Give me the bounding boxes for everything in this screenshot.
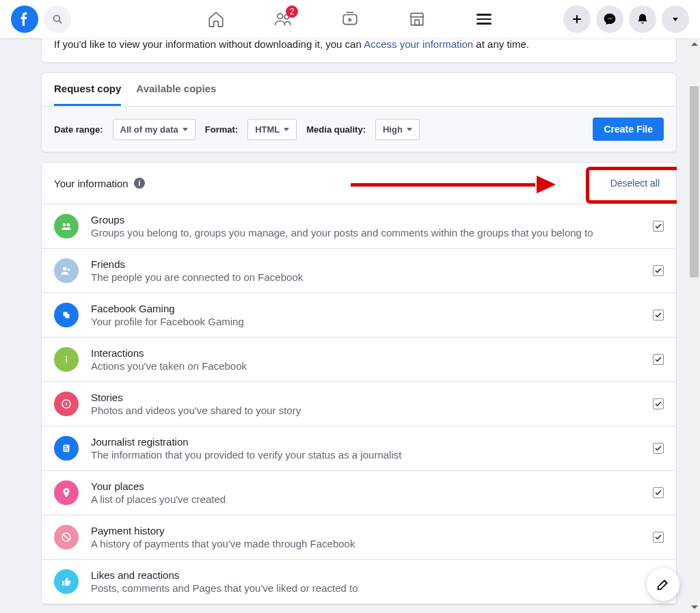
info-row[interactable]: GroupsGroups you belong to, groups you m…: [42, 204, 676, 249]
svg-rect-14: [66, 359, 67, 363]
info-row-title: Friends: [91, 258, 641, 270]
info-row[interactable]: Journalist registrationThe information t…: [42, 426, 676, 471]
info-row-checkbox[interactable]: [653, 265, 664, 276]
scroll-up-icon[interactable]: [688, 38, 700, 50]
info-row-title: Payment history: [91, 525, 641, 536]
info-row[interactable]: Likes and reactionsPosts, comments and P…: [42, 560, 676, 604]
request-card: Request copy Available copies Date range…: [41, 72, 677, 152]
nav-left: [11, 5, 71, 33]
create-file-button[interactable]: Create File: [593, 118, 664, 141]
info-row-checkbox[interactable]: [653, 310, 664, 321]
info-row-title: Stories: [91, 392, 641, 403]
info-row[interactable]: FriendsThe people you are connected to o…: [42, 249, 676, 293]
svg-rect-17: [64, 446, 67, 448]
info-row-title: Your places: [91, 480, 641, 492]
your-information-title: Your information: [54, 178, 129, 189]
groups-icon: [54, 214, 79, 239]
svg-point-9: [63, 223, 66, 227]
info-row-title: Facebook Gaming: [91, 303, 641, 314]
info-row-subtitle: A history of payments that you've made t…: [91, 538, 641, 549]
nav-center: 2: [206, 10, 494, 29]
info-row-text: FriendsThe people you are connected to o…: [91, 258, 641, 283]
plus-icon: [570, 12, 584, 26]
like-icon: [54, 569, 79, 594]
info-row-title: Groups: [91, 214, 641, 226]
info-row-title: Interactions: [91, 347, 641, 359]
nav-right: [563, 5, 689, 33]
info-row-checkbox[interactable]: [653, 398, 664, 409]
info-tooltip-icon[interactable]: i: [134, 178, 145, 189]
info-row-subtitle: Photos and videos you've shared to your …: [91, 405, 641, 416]
search-icon: [51, 13, 64, 25]
info-row[interactable]: Facebook GamingYour profile for Facebook…: [42, 293, 676, 338]
info-row-checkbox[interactable]: [653, 354, 664, 365]
notifications-button[interactable]: [629, 5, 656, 33]
svg-line-22: [64, 534, 69, 540]
info-row-text: Likes and reactionsPosts, comments and P…: [91, 569, 641, 594]
info-row-checkbox[interactable]: [653, 221, 664, 232]
svg-rect-19: [64, 450, 68, 450]
info-row[interactable]: Your placesA list of places you've creat…: [42, 471, 676, 515]
info-row-subtitle: A list of places you've created: [91, 493, 641, 505]
date-range-value: All of my data: [120, 124, 178, 135]
info-row-text: StoriesPhotos and videos you've shared t…: [91, 392, 641, 416]
gaming-icon: [54, 303, 79, 327]
chevron-down-icon: [284, 128, 289, 131]
vertical-scrollbar[interactable]: [688, 38, 700, 613]
svg-point-0: [53, 15, 59, 21]
svg-point-12: [68, 269, 70, 271]
info-row-checkbox[interactable]: [653, 532, 664, 543]
info-row-title: Likes and reactions: [91, 569, 641, 581]
friends-nav-icon[interactable]: 2: [273, 10, 293, 29]
info-row-checkbox[interactable]: [653, 487, 664, 498]
info-row-checkbox[interactable]: [653, 443, 664, 454]
format-select[interactable]: HTML: [247, 119, 297, 140]
format-label: Format:: [205, 124, 238, 135]
info-row[interactable]: StoriesPhotos and videos you've shared t…: [42, 382, 676, 426]
access-info-link[interactable]: Access your information: [364, 38, 473, 50]
info-row-subtitle: Your profile for Facebook Gaming: [91, 316, 641, 327]
messenger-button[interactable]: [596, 5, 623, 33]
media-quality-select[interactable]: High: [375, 119, 420, 140]
watch-icon[interactable]: [340, 10, 360, 29]
info-row[interactable]: InteractionsActions you've taken on Face…: [42, 338, 676, 382]
info-row-subtitle: Actions you've taken on Facebook: [91, 360, 641, 372]
create-button[interactable]: [563, 5, 591, 33]
home-icon[interactable]: [206, 10, 226, 29]
compose-fab[interactable]: [647, 568, 679, 601]
info-row[interactable]: Payment historyA history of payments tha…: [42, 515, 676, 560]
deselect-all-button[interactable]: Deselect all: [606, 175, 664, 191]
your-information-header: Your information i Deselect all: [42, 163, 676, 204]
intro-text-prefix: If you'd like to view your information w…: [54, 38, 364, 50]
info-row-text: InteractionsActions you've taken on Face…: [91, 347, 641, 372]
scroll-down-icon[interactable]: [688, 601, 700, 613]
account-dropdown-button[interactable]: [662, 5, 689, 33]
info-row-subtitle: The information that you provided to ver…: [91, 449, 641, 461]
menu-icon[interactable]: [474, 10, 494, 29]
tab-available-copies[interactable]: Available copies: [136, 83, 216, 106]
info-row-subtitle: Groups you belong to, groups you manage,…: [91, 227, 641, 239]
payment-icon: [54, 525, 79, 549]
date-range-select[interactable]: All of my data: [113, 119, 196, 140]
search-button[interactable]: [44, 5, 71, 33]
friends-badge: 2: [286, 5, 298, 18]
bell-icon: [636, 12, 649, 26]
marketplace-icon[interactable]: [407, 10, 427, 29]
info-row-text: Your placesA list of places you've creat…: [91, 480, 641, 505]
chevron-down-icon: [183, 128, 188, 131]
your-information-card: Your information i Deselect all GroupsGr…: [41, 162, 677, 605]
edit-icon: [656, 577, 671, 592]
media-quality-value: High: [383, 124, 403, 135]
top-navigation: 2: [0, 0, 700, 38]
scroll-thumb[interactable]: [690, 86, 699, 277]
svg-rect-6: [415, 20, 420, 25]
facebook-logo-icon[interactable]: [11, 5, 38, 33]
svg-line-1: [59, 21, 62, 23]
info-row-text: Facebook GamingYour profile for Facebook…: [91, 303, 641, 327]
chevron-down-icon: [407, 128, 412, 131]
date-range-label: Date range:: [54, 124, 103, 135]
tab-request-copy[interactable]: Request copy: [54, 83, 121, 106]
svg-rect-18: [64, 448, 68, 449]
svg-point-11: [63, 267, 66, 270]
hamburger-icon: [476, 11, 492, 27]
